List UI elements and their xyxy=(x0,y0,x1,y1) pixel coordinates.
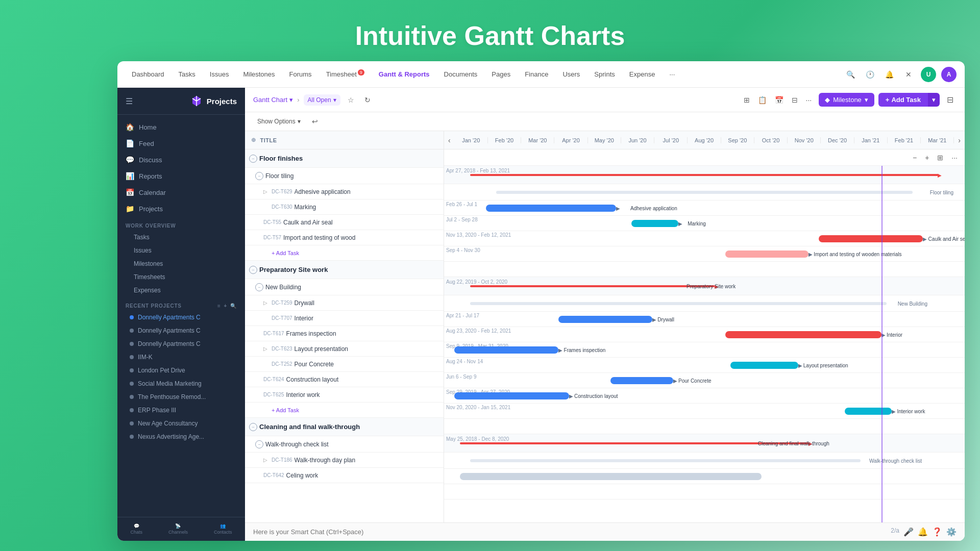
recent-project-social[interactable]: Social Media Marketing xyxy=(117,377,245,390)
sidebar-tasks[interactable]: Tasks xyxy=(117,231,245,244)
row-add-task-2[interactable]: + Add Task xyxy=(245,403,444,418)
milestone-button[interactable]: ◆ Milestone ▾ xyxy=(819,93,874,107)
recent-project-london[interactable]: London Pet Drive xyxy=(117,364,245,377)
avatar[interactable]: U xyxy=(921,67,936,82)
filter-button[interactable]: ⊟ xyxy=(944,93,957,107)
nav-tasks[interactable]: Tasks xyxy=(173,67,202,81)
recent-project-donnelly-3[interactable]: Donnelly Apartments C xyxy=(117,337,245,350)
sidebar-chats[interactable]: 💬 Chats xyxy=(126,521,146,537)
help-icon[interactable]: ❓ xyxy=(932,527,942,537)
more-options-icon[interactable]: ··· xyxy=(803,94,815,106)
zoom-in-button[interactable]: + xyxy=(922,152,932,164)
expand-dc-t623[interactable]: ▷ xyxy=(263,346,270,352)
show-options-button[interactable]: Show Options ▾ xyxy=(253,116,305,127)
sidebar-item-feed[interactable]: 📄 Feed xyxy=(117,135,245,152)
sidebar-milestones[interactable]: Milestones xyxy=(117,257,245,270)
add-task-button[interactable]: + Add Task xyxy=(878,93,928,107)
dc-t630-bar[interactable]: ▶ xyxy=(631,220,678,227)
nav-gantt-reports[interactable]: Gantt & Reports xyxy=(373,67,436,81)
nav-timesheet[interactable]: Timesheet9 xyxy=(320,67,371,81)
recent-project-donnelly-2[interactable]: Donnelly Apartments C xyxy=(117,324,245,337)
filter-dropdown[interactable]: All Open ▾ xyxy=(304,94,340,106)
nav-issues[interactable]: Issues xyxy=(204,67,235,81)
expand-new-building[interactable]: − xyxy=(255,283,263,291)
nav-more[interactable]: ··· xyxy=(663,67,681,81)
expand-floor-finishes[interactable]: − xyxy=(249,155,257,163)
timeline-next-button[interactable]: › xyxy=(954,131,965,149)
mic-icon[interactable]: 🎤 xyxy=(903,527,914,537)
gantt-chart-breadcrumb[interactable]: Gantt Chart ▾ xyxy=(253,96,293,104)
recent-project-erp[interactable]: ERP Phase III xyxy=(117,404,245,417)
user-avatar[interactable]: A xyxy=(941,67,957,82)
expand-dc-t259[interactable]: ▷ xyxy=(263,300,270,306)
nav-documents[interactable]: Documents xyxy=(438,67,484,81)
dc-t625-bar[interactable]: ▶ xyxy=(845,408,892,415)
expand-floor-tiling[interactable]: − xyxy=(255,172,263,180)
expand-dc-t629[interactable]: ▷ xyxy=(263,189,270,194)
row-add-task-1[interactable]: + Add Task xyxy=(245,245,444,261)
nav-milestones[interactable]: Milestones xyxy=(237,67,281,81)
dc-t707-bar[interactable]: ▶ xyxy=(725,331,881,338)
sidebar-channels[interactable]: 📡 Channels xyxy=(164,521,192,537)
sidebar-item-calendar[interactable]: 📅 Calendar xyxy=(117,184,245,201)
expand-cleaning[interactable]: − xyxy=(249,423,257,431)
add-task-link-2[interactable]: + Add Task xyxy=(245,407,299,413)
sidebar-item-reports[interactable]: 📊 Reports xyxy=(117,168,245,184)
dc-t629-bar[interactable]: ▶ xyxy=(486,205,616,212)
nav-pages[interactable]: Pages xyxy=(485,67,517,81)
card-view-icon[interactable]: ⊟ xyxy=(789,94,801,106)
nav-users[interactable]: Users xyxy=(556,67,586,81)
dc-t617-bar[interactable]: ▶ xyxy=(454,346,558,354)
nav-sprints[interactable]: Sprints xyxy=(588,67,621,81)
smart-chat-input[interactable] xyxy=(253,528,887,536)
hamburger-icon[interactable]: ☰ xyxy=(126,96,133,106)
expand-dc-t186[interactable]: ▷ xyxy=(263,457,270,463)
dc-t259-bar[interactable]: ▶ xyxy=(558,316,652,323)
sidebar-timesheets[interactable]: Timesheets xyxy=(117,270,245,284)
sidebar-item-discuss[interactable]: 💬 Discuss xyxy=(117,152,245,168)
expand-all-icon[interactable]: ⊕ xyxy=(251,137,256,143)
nav-forums[interactable]: Forums xyxy=(283,67,318,81)
undo-button[interactable]: ↩ xyxy=(309,115,321,128)
sidebar-issues[interactable]: Issues xyxy=(117,244,245,257)
gantt-settings-button[interactable]: ··· xyxy=(948,152,961,164)
nav-finance[interactable]: Finance xyxy=(519,67,554,81)
dc-t624-bar[interactable]: ▶ xyxy=(454,392,569,399)
settings-icon[interactable]: ⚙️ xyxy=(946,527,957,537)
bell-small-icon[interactable]: 🔔 xyxy=(918,527,928,537)
recent-project-donnelly-1[interactable]: Donnelly Apartments C xyxy=(117,311,245,324)
search-icon[interactable]: 🔍 xyxy=(843,67,857,82)
nav-expense[interactable]: Expense xyxy=(623,67,662,81)
dc-t55-bar[interactable]: ▶ xyxy=(819,235,923,242)
calendar-view-icon[interactable]: 📅 xyxy=(772,94,787,106)
recent-project-nexus[interactable]: Nexus Advertising Age... xyxy=(117,430,245,443)
sidebar-item-home[interactable]: 🏠 Home xyxy=(117,119,245,135)
search-projects-icon[interactable]: 🔍 xyxy=(230,303,237,309)
fit-button[interactable]: ⊞ xyxy=(934,152,946,164)
expand-walkthrough[interactable]: − xyxy=(255,440,263,448)
clock-icon[interactable]: 🕐 xyxy=(863,67,877,82)
dc-t623-bar[interactable]: ▶ xyxy=(730,362,798,369)
add-task-link-1[interactable]: + Add Task xyxy=(245,250,299,256)
expand-preparatory[interactable]: − xyxy=(249,266,257,274)
add-task-dropdown[interactable]: ▾ xyxy=(928,93,940,107)
nav-dashboard[interactable]: Dashboard xyxy=(126,67,170,81)
export-icon[interactable]: 📋 xyxy=(755,94,770,106)
timeline-prev-button[interactable]: ‹ xyxy=(444,131,455,149)
zoom-out-button[interactable]: − xyxy=(910,152,920,164)
dc-t252-bar[interactable]: ▶ xyxy=(610,377,673,384)
refresh-button[interactable]: ↻ xyxy=(361,94,374,106)
sidebar-expenses[interactable]: Expenses xyxy=(117,284,245,297)
star-button[interactable]: ☆ xyxy=(345,94,357,106)
sidebar-contacts[interactable]: 👥 Contacts xyxy=(210,521,236,537)
dc-t57-bar[interactable]: ▶ xyxy=(725,251,808,258)
recent-project-penthouse[interactable]: The Penthouse Remod... xyxy=(117,390,245,404)
recent-project-newage[interactable]: New Age Consultancy xyxy=(117,417,245,430)
recent-project-iim-k[interactable]: IIM-K xyxy=(117,350,245,364)
sidebar-item-projects[interactable]: 📁 Projects xyxy=(117,201,245,217)
dc-t186-bar[interactable] xyxy=(460,473,762,480)
table-view-icon[interactable]: ⊞ xyxy=(741,94,753,106)
add-project-icon[interactable]: + xyxy=(224,303,228,309)
list-view-icon[interactable]: ≡ xyxy=(217,303,221,309)
bell-icon[interactable]: 🔔 xyxy=(882,67,896,82)
